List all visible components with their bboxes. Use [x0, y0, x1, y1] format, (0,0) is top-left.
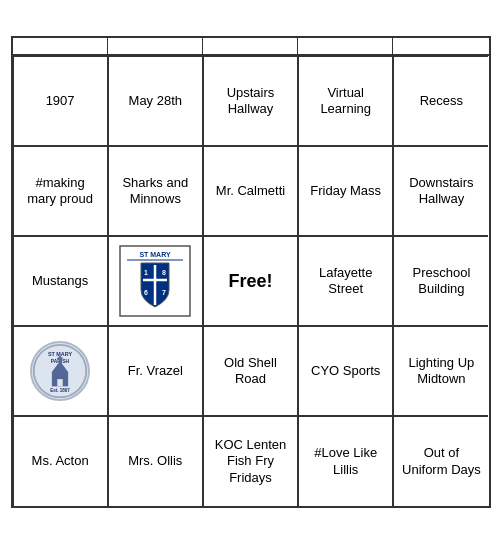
cell-text-2-2: Sharks and Minnows — [115, 175, 196, 208]
cell-text-3-1: Mustangs — [32, 273, 88, 289]
cell-2-2: Sharks and Minnows — [108, 146, 203, 236]
stmary-school-logo: ST MARY 1 8 6 7 — [119, 245, 191, 317]
bingo-card: 1907May 28thUpstairs HallwayVirtual Lear… — [11, 36, 491, 508]
cell-text-4-2: Fr. Vrazel — [128, 363, 183, 379]
letter-n — [203, 38, 298, 54]
bingo-header — [13, 38, 489, 56]
svg-text:7: 7 — [162, 289, 166, 296]
cell-text-4-4: CYO Sports — [311, 363, 380, 379]
cell-text-1-1: 1907 — [46, 93, 75, 109]
cell-2-1: #making mary proud — [13, 146, 108, 236]
cell-text-1-5: Recess — [420, 93, 463, 109]
cell-3-3: Free! — [203, 236, 298, 326]
cell-text-2-5: Downstairs Hallway — [400, 175, 482, 208]
cell-text-1-4: Virtual Learning — [305, 85, 386, 118]
cell-3-1: Mustangs — [13, 236, 108, 326]
cell-3-4: Lafayette Street — [298, 236, 393, 326]
cell-text-5-4: #Love Like Lillis — [305, 445, 386, 478]
cell-1-5: Recess — [393, 56, 488, 146]
letter-i — [108, 38, 203, 54]
cell-1-2: May 28th — [108, 56, 203, 146]
cell-text-4-3: Old Shell Road — [210, 355, 291, 388]
cell-4-1: ST MARY PARISH Est. 1867 — [13, 326, 108, 416]
cell-text-1-2: May 28th — [129, 93, 182, 109]
svg-text:Est. 1867: Est. 1867 — [50, 388, 70, 393]
free-text: Free! — [228, 270, 272, 293]
cell-3-2: ST MARY 1 8 6 7 — [108, 236, 203, 326]
cell-1-1: 1907 — [13, 56, 108, 146]
cell-2-5: Downstairs Hallway — [393, 146, 488, 236]
svg-text:6: 6 — [144, 289, 148, 296]
svg-text:1: 1 — [144, 269, 148, 276]
cell-5-3: KOC Lenten Fish Fry Fridays — [203, 416, 298, 506]
stmary-parish-logo: ST MARY PARISH Est. 1867 — [30, 341, 90, 401]
svg-text:8: 8 — [162, 269, 166, 276]
cell-text-3-4: Lafayette Street — [305, 265, 386, 298]
cell-text-5-1: Ms. Acton — [32, 453, 89, 469]
cell-5-4: #Love Like Lillis — [298, 416, 393, 506]
cell-4-5: Lighting Up Midtown — [393, 326, 488, 416]
letter-g — [298, 38, 393, 54]
cell-4-2: Fr. Vrazel — [108, 326, 203, 416]
bingo-grid: 1907May 28thUpstairs HallwayVirtual Lear… — [13, 56, 489, 506]
cell-text-2-4: Friday Mass — [310, 183, 381, 199]
cell-1-3: Upstairs Hallway — [203, 56, 298, 146]
cell-2-4: Friday Mass — [298, 146, 393, 236]
cell-text-5-5: Out of Uniform Days — [400, 445, 482, 478]
cell-4-3: Old Shell Road — [203, 326, 298, 416]
cell-text-5-2: Mrs. Ollis — [128, 453, 182, 469]
cell-text-3-5: Preschool Building — [400, 265, 482, 298]
cell-5-5: Out of Uniform Days — [393, 416, 488, 506]
cell-3-5: Preschool Building — [393, 236, 488, 326]
cell-text-4-5: Lighting Up Midtown — [400, 355, 482, 388]
cell-4-4: CYO Sports — [298, 326, 393, 416]
cell-text-2-1: #making mary proud — [20, 175, 101, 208]
cell-1-4: Virtual Learning — [298, 56, 393, 146]
cell-5-2: Mrs. Ollis — [108, 416, 203, 506]
cell-text-2-3: Mr. Calmetti — [216, 183, 285, 199]
cell-text-5-3: KOC Lenten Fish Fry Fridays — [210, 437, 291, 486]
svg-rect-16 — [57, 379, 62, 386]
svg-text:ST MARY: ST MARY — [140, 251, 172, 258]
letter-b — [13, 38, 108, 54]
letter-o — [393, 38, 488, 54]
cell-2-3: Mr. Calmetti — [203, 146, 298, 236]
cell-5-1: Ms. Acton — [13, 416, 108, 506]
cell-text-1-3: Upstairs Hallway — [210, 85, 291, 118]
